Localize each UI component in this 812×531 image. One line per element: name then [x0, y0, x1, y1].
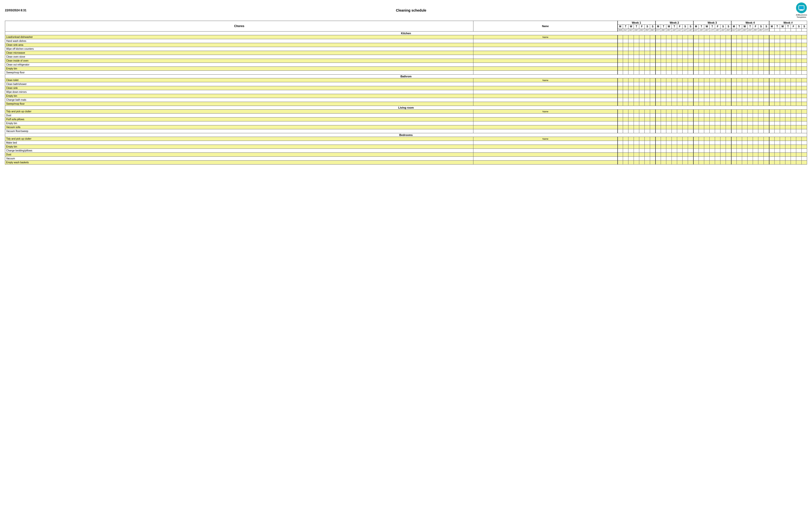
name-cell-1-5: [474, 98, 618, 102]
w1d6: S: [645, 25, 650, 29]
chore-label-3-6: Empty wash baskets: [5, 160, 474, 165]
data-cell: [791, 125, 796, 129]
data-cell: [748, 82, 753, 86]
data-cell: [748, 55, 753, 59]
data-cell: [628, 94, 634, 98]
data-cell: [731, 94, 737, 98]
data-cell: [661, 94, 666, 98]
data-cell: [710, 113, 715, 117]
data-cell: [683, 51, 688, 55]
data-cell: [661, 51, 666, 55]
data-cell: [677, 86, 683, 90]
data-cell: [758, 90, 764, 94]
data-cell: [791, 55, 796, 59]
data-cell: [661, 125, 666, 129]
data-cell: [731, 78, 737, 82]
data-cell: [639, 94, 645, 98]
data-cell: [753, 149, 758, 153]
data-cell: [780, 153, 785, 157]
data-cell: [666, 137, 672, 141]
data-cell: [721, 129, 726, 133]
data-cell: [655, 47, 661, 51]
data-cell: [666, 71, 672, 75]
data-cell: [650, 39, 655, 43]
data-cell: [726, 94, 731, 98]
data-cell: [769, 117, 774, 122]
data-cell: [645, 153, 650, 157]
data-cell: [785, 51, 791, 55]
data-cell: [623, 129, 628, 133]
data-cell: [693, 94, 699, 98]
data-cell: [758, 113, 764, 117]
data-cell: [634, 67, 639, 71]
data-cell: [802, 90, 807, 94]
data-cell: [758, 160, 764, 165]
data-cell: [693, 117, 699, 122]
data-cell: [715, 71, 721, 75]
data-cell: [661, 78, 666, 82]
data-cell: [785, 141, 791, 145]
data-cell: [650, 122, 655, 125]
data-cell: [623, 137, 628, 141]
data-cell: [780, 67, 785, 71]
data-cell: [699, 157, 704, 160]
data-cell: [645, 82, 650, 86]
data-cell: [758, 122, 764, 125]
data-cell: [742, 153, 748, 157]
data-cell: [699, 51, 704, 55]
chore-label-0-9: Sweep/mop floor: [5, 71, 474, 75]
data-cell: [764, 160, 769, 165]
data-cell: [758, 43, 764, 47]
data-cell: [623, 67, 628, 71]
data-cell: [737, 102, 742, 106]
data-cell: [628, 129, 634, 133]
data-cell: [677, 102, 683, 106]
data-cell: [742, 160, 748, 165]
data-cell: [704, 113, 710, 117]
data-cell: [802, 71, 807, 75]
data-cell: [726, 122, 731, 125]
data-cell: [683, 125, 688, 129]
row-3-5: Vacuum: [5, 157, 807, 160]
data-cell: [618, 43, 623, 47]
data-cell: [618, 47, 623, 51]
data-cell: [785, 157, 791, 160]
data-cell: [645, 160, 650, 165]
data-cell: [726, 86, 731, 90]
data-cell: [726, 55, 731, 59]
data-cell: [683, 59, 688, 63]
data-cell: [645, 110, 650, 113]
d-16-7: 16/7: [704, 29, 710, 31]
data-cell: [764, 129, 769, 133]
data-cell: [753, 43, 758, 47]
data-cell: [769, 113, 774, 117]
data-cell: [661, 117, 666, 122]
data-cell: [796, 90, 802, 94]
data-cell: [634, 63, 639, 67]
data-cell: [742, 94, 748, 98]
data-cell: [710, 63, 715, 67]
data-cell: [791, 157, 796, 160]
logo-svg: [798, 4, 805, 11]
data-cell: [618, 55, 623, 59]
data-cell: [802, 141, 807, 145]
data-cell: [802, 149, 807, 153]
data-cell: [704, 149, 710, 153]
data-cell: [780, 110, 785, 113]
data-cell: [672, 67, 677, 71]
data-cell: [623, 125, 628, 129]
data-cell: [693, 43, 699, 47]
data-cell: [666, 59, 672, 63]
data-cell: [774, 160, 780, 165]
data-cell: [758, 129, 764, 133]
data-cell: [774, 117, 780, 122]
data-cell: [677, 51, 683, 55]
d-18-7: 18/7: [715, 29, 721, 31]
data-cell: [715, 94, 721, 98]
data-cell: [748, 102, 753, 106]
data-cell: [742, 78, 748, 82]
data-cell: [774, 71, 780, 75]
data-cell: [672, 129, 677, 133]
data-cell: [634, 117, 639, 122]
data-cell: [672, 43, 677, 47]
